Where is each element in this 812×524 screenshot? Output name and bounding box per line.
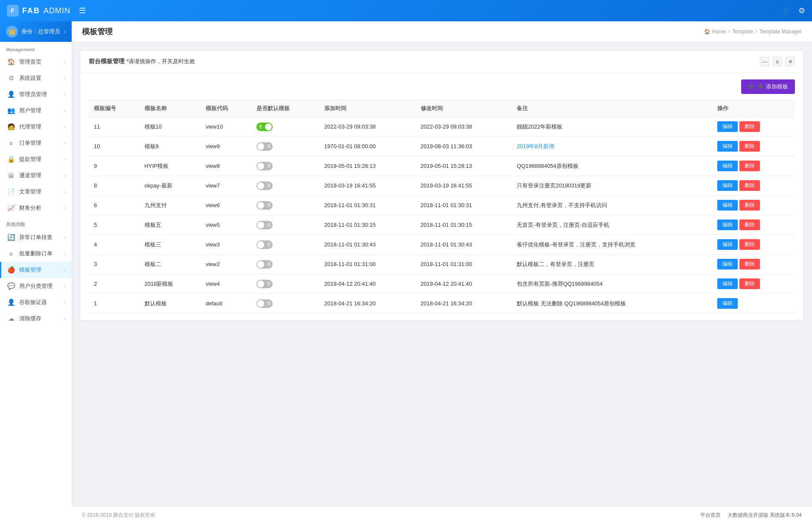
sidebar-item-finance[interactable]: 📈 财务分析 ›	[0, 200, 72, 216]
cell-remark: 默认模板二，有登录页，注册页	[512, 255, 712, 274]
footer-link-home[interactable]: 平台首页	[700, 512, 721, 519]
edit-button[interactable]: 编辑	[717, 121, 738, 132]
sidebar-item-abnormal[interactable]: 🔄 异常订单排查 ›	[0, 229, 72, 246]
cell-action: 编辑删除	[712, 137, 795, 156]
sidebar-item-batch[interactable]: ≡ 批量删除订单 ›	[0, 246, 72, 262]
col-header-action: 操作	[712, 100, 795, 117]
card-close-btn[interactable]: ✕	[786, 57, 795, 66]
page-title: 模板管理	[82, 26, 113, 37]
edit-button[interactable]: 编辑	[717, 259, 738, 269]
role-icon: 👑	[6, 26, 18, 38]
edit-button[interactable]: 编辑	[717, 141, 738, 152]
toggle-off[interactable]: 否	[256, 162, 273, 170]
delete-button[interactable]: 删除	[739, 200, 760, 211]
cell-id: 5	[89, 215, 140, 235]
table-row: 5模板五view5 否 2018-11-01 01:30:152018-11-0…	[89, 215, 795, 235]
brand-fab: FAB	[22, 6, 40, 15]
section-other-label: 其他功能	[0, 216, 72, 229]
delete-button[interactable]: 删除	[739, 259, 760, 269]
delete-button[interactable]: 删除	[739, 161, 760, 171]
sidebar-label-channel: 通道管理	[19, 172, 60, 179]
sidebar-item-order[interactable]: ≡ 订单管理 ›	[0, 135, 72, 151]
sidebar-role: 👑 身份：总管理员 ›	[0, 21, 72, 42]
article-icon: 📄	[7, 188, 15, 196]
cell-modtime: 2019-04-12 20:41:40	[416, 274, 512, 294]
delete-button[interactable]: 删除	[739, 278, 760, 289]
settings-icon[interactable]: ⚙	[798, 6, 805, 15]
delete-button[interactable]: 删除	[739, 121, 760, 132]
sidebar-item-cache[interactable]: ☁ 清除缓存 ›	[0, 310, 72, 327]
cell-addtime: 2022-03-29 09:03:38	[319, 117, 416, 137]
toggle-off[interactable]: 否	[256, 280, 273, 288]
section-management-label: Management	[0, 42, 72, 54]
toggle-off[interactable]: 否	[256, 221, 273, 229]
toggle-off[interactable]: 否	[256, 181, 273, 190]
cell-code: view9	[201, 137, 251, 156]
order-icon: ≡	[7, 140, 15, 147]
toggle-on[interactable]: 是	[256, 123, 273, 131]
cell-id: 3	[89, 255, 140, 274]
delete-button[interactable]: 删除	[739, 180, 760, 191]
sidebar-label-cache: 清除缓存	[19, 315, 60, 322]
template-card: 前台模板管理 *请谨慎操作，开关及时生效 — ∧ ✕ ➕ ➕ 添加模板	[80, 51, 803, 320]
card-up-btn[interactable]: ∧	[773, 57, 782, 66]
sidebar-item-user[interactable]: 👥 用户管理 ›	[0, 102, 72, 119]
edit-button[interactable]: 编辑	[717, 298, 738, 309]
cell-remark: 无首页-有登录页，注册页-自适应手机	[512, 215, 712, 235]
add-template-button[interactable]: ➕ ➕ 添加模板	[741, 79, 795, 94]
sidebar-item-home[interactable]: 🏠 管理首页 ›	[0, 54, 72, 70]
sidebar-item-template[interactable]: 🍎 模板管理 ›	[0, 262, 72, 278]
sidebar-item-system[interactable]: ⚙ 系统设置 ›	[0, 70, 72, 86]
edit-button[interactable]: 编辑	[717, 200, 738, 211]
sidebar-item-agent[interactable]: 🧑 代理管理 ›	[0, 119, 72, 135]
sidebar-item-admin[interactable]: 👤 管理员管理 ›	[0, 86, 72, 102]
cell-addtime: 2018-11-01 01:30:31	[319, 196, 416, 215]
edit-button[interactable]: 编辑	[717, 180, 738, 191]
sidebar-label-batch: 批量删除订单	[19, 250, 60, 258]
table-row: 6九州支付view6 否 2018-11-01 01:30:312018-11-…	[89, 196, 795, 215]
breadcrumb: 🏠 Home > Template > Template Manager	[704, 29, 802, 35]
table-row: 9HYIP模板view8 否 2019-05-01 15:28:132019-0…	[89, 156, 795, 176]
table-header: 模板编号 模板名称 模板代码 是否默认模板 添加时间 修改时间 备注 操作	[89, 100, 795, 117]
cell-default: 是	[251, 117, 319, 137]
toggle-off[interactable]: 否	[256, 260, 273, 269]
toggle-off[interactable]: 否	[256, 142, 273, 151]
add-icon: ➕	[748, 84, 755, 90]
delete-button[interactable]: 删除	[739, 239, 760, 250]
footer-link-version[interactable]: 大数据商业开源版 系统版本:6.04	[728, 512, 802, 519]
hamburger-icon[interactable]: ☰	[79, 6, 86, 15]
sidebar-item-payment[interactable]: 🔒 提款管理 ›	[0, 151, 72, 167]
cell-action: 编辑删除	[712, 176, 795, 196]
col-header-id: 模板编号	[89, 100, 140, 117]
cell-action: 编辑	[712, 294, 795, 313]
cell-name: 默认模板	[140, 294, 201, 313]
edit-button[interactable]: 编辑	[717, 278, 738, 289]
sidebar-item-usercategory[interactable]: 💬 用户分类管理 ›	[0, 278, 72, 294]
sidebar-item-article[interactable]: 📄 文章管理 ›	[0, 184, 72, 200]
edit-button[interactable]: 编辑	[717, 239, 738, 250]
toggle-off[interactable]: 否	[256, 201, 273, 210]
cell-remark: 默认模板 无法删除 QQ1968984054原创模板	[512, 294, 712, 313]
table-body: 11模板10view10 是 2022-03-29 09:03:382022-0…	[89, 117, 795, 313]
user-profile-icon[interactable]: 👤	[781, 6, 791, 15]
edit-button[interactable]: 编辑	[717, 220, 738, 230]
breadcrumb-home[interactable]: Home	[712, 29, 726, 35]
delete-button[interactable]: 删除	[739, 220, 760, 230]
breadcrumb-home-icon: 🏠	[704, 29, 710, 35]
sidebar-item-google[interactable]: 👤 谷歌验证器 ›	[0, 294, 72, 310]
cell-name: HYIP模板	[140, 156, 201, 176]
toggle-off[interactable]: 否	[256, 240, 273, 249]
delete-button[interactable]: 删除	[739, 141, 760, 152]
usercategory-icon: 💬	[7, 282, 15, 290]
cache-icon: ☁	[7, 315, 15, 322]
cell-modtime: 2019-08-03 11:36:03	[416, 137, 512, 156]
cell-default: 否	[251, 215, 319, 235]
sidebar-item-channel[interactable]: 🏛 通道管理 ›	[0, 167, 72, 184]
table-row: 1默认模板default 否 2018-04-21 16:34:202018-0…	[89, 294, 795, 313]
card-minimize-btn[interactable]: —	[760, 57, 769, 66]
sidebar-label-article: 文章管理	[19, 188, 60, 196]
toggle-off[interactable]: 否	[256, 299, 273, 308]
edit-button[interactable]: 编辑	[717, 161, 738, 171]
cell-remark: 2019年8月新增	[512, 137, 712, 156]
breadcrumb-template[interactable]: Template	[732, 29, 753, 35]
